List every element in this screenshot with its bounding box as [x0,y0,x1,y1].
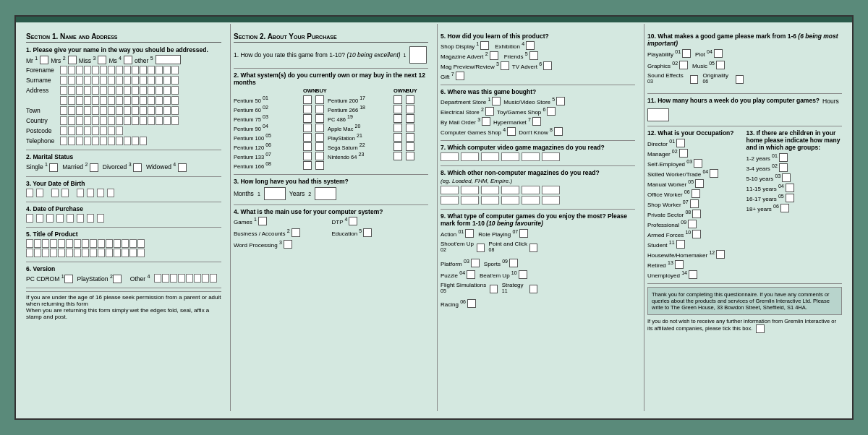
char-box[interactable] [116,116,123,125]
beu-box[interactable] [519,270,527,279]
private-box[interactable] [692,210,701,218]
housewife-box[interactable] [716,250,725,259]
char-box[interactable] [60,106,67,115]
age-5-10-box[interactable] [782,173,791,182]
product-box[interactable] [74,249,81,257]
omag-input[interactable] [441,186,459,194]
char-box[interactable] [100,116,107,125]
char-box[interactable] [116,126,123,135]
char-box[interactable] [68,96,75,105]
char-box[interactable] [140,137,147,145]
mag-input[interactable] [542,152,560,161]
rp-box[interactable] [519,229,528,238]
char-box[interactable] [108,66,115,74]
dob-box[interactable] [97,189,104,197]
p50-own[interactable] [303,95,312,104]
other-input[interactable] [156,55,181,64]
student-box[interactable] [676,240,685,249]
char-box[interactable] [140,86,147,95]
omag-input[interactable] [522,196,540,204]
char-box[interactable] [84,137,91,145]
omag-input[interactable] [542,196,560,204]
hours-input[interactable] [647,108,669,121]
gift-box[interactable] [456,72,464,80]
strategy-box[interactable] [529,285,537,293]
graphics-box[interactable] [679,61,688,69]
char-box[interactable] [116,86,123,95]
other-box[interactable] [178,274,185,283]
char-box[interactable] [124,116,131,125]
char-box[interactable] [76,96,83,105]
product-box[interactable] [82,249,89,257]
char-box[interactable] [92,86,99,95]
char-box[interactable] [148,106,155,115]
char-box[interactable] [124,76,131,85]
ps2-own[interactable] [393,133,402,142]
mag-input[interactable] [481,152,499,161]
mag-input[interactable] [501,152,519,161]
tv-box[interactable] [543,61,552,70]
business-box[interactable] [292,228,300,237]
elect-box[interactable] [485,107,494,116]
other-box[interactable] [154,274,161,283]
no-info-box[interactable] [756,324,765,333]
char-box[interactable] [116,137,123,145]
char-box[interactable] [100,66,107,74]
product-box[interactable] [114,249,121,257]
product-box[interactable] [129,239,137,248]
char-box[interactable] [76,66,83,74]
omag-input[interactable] [501,196,519,204]
product-box[interactable] [114,239,121,248]
omag-input[interactable] [461,196,479,204]
char-box[interactable] [68,106,75,115]
char-box[interactable] [92,66,99,74]
char-box[interactable] [132,76,139,85]
char-box[interactable] [132,86,139,95]
product-box[interactable] [58,249,65,257]
dob-box[interactable] [36,189,43,197]
manager-box[interactable] [679,149,688,158]
char-box[interactable] [84,76,91,85]
char-box[interactable] [156,76,163,85]
pc486-own[interactable] [393,114,402,123]
char-box[interactable] [171,116,179,125]
char-box[interactable] [108,116,115,125]
char-box[interactable] [148,86,155,95]
omag-input[interactable] [441,196,459,204]
char-box-filled[interactable] [92,126,99,135]
char-box[interactable] [132,106,139,115]
char-box[interactable] [92,96,99,105]
char-box[interactable] [156,66,163,74]
sega-own[interactable] [393,142,402,151]
char-box[interactable] [163,76,171,85]
product-box[interactable] [137,239,145,248]
dtp-box[interactable] [349,217,357,225]
other-box[interactable] [186,274,193,283]
product-box[interactable] [106,239,113,248]
music-box2[interactable] [716,61,725,69]
single-box[interactable] [49,163,58,172]
char-box[interactable] [60,137,67,145]
char-box[interactable] [140,76,147,85]
char-box[interactable] [140,116,147,125]
char-box[interactable] [163,86,171,95]
manual-box[interactable] [695,179,704,188]
omag-input[interactable] [461,186,479,194]
omag-input[interactable] [522,186,540,194]
p266-own[interactable] [393,105,402,113]
char-box[interactable] [68,116,75,125]
exh-box[interactable] [526,41,535,50]
char-box[interactable] [68,66,75,74]
product-box[interactable] [98,249,105,257]
product-box[interactable] [50,239,57,248]
mail-box[interactable] [482,117,490,126]
armed-box[interactable] [692,230,701,238]
other-box[interactable] [194,274,201,283]
orig-box[interactable] [736,75,744,84]
friends-box[interactable] [529,51,538,60]
char-box[interactable] [163,96,171,105]
flight-box[interactable] [490,285,498,293]
product-box[interactable] [82,239,89,248]
mac-own[interactable] [393,124,402,132]
divorced-box[interactable] [133,163,142,172]
